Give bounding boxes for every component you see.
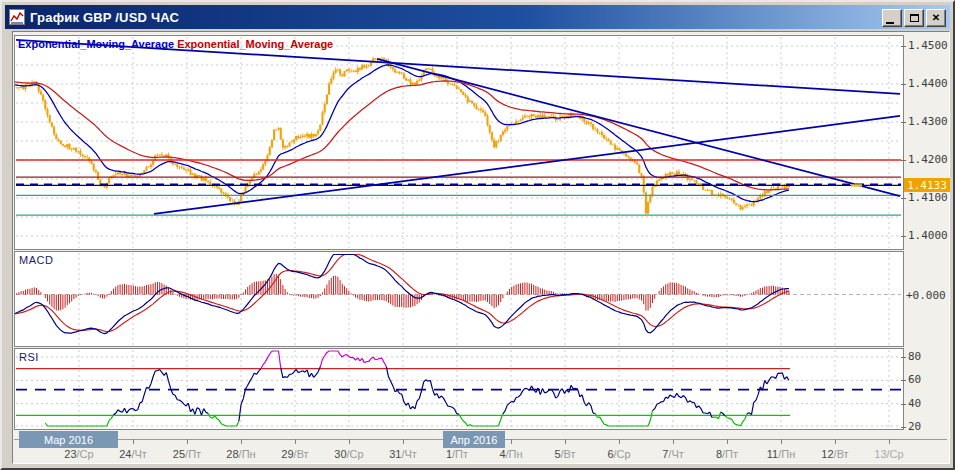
price-tick-mark <box>901 236 906 237</box>
time-axis-label: 25/Пт <box>173 448 201 460</box>
time-axis-label: 29/Вт <box>281 448 308 460</box>
application-window: График GBP /USD ЧАС ✕ Exponential_Moving… <box>0 0 955 470</box>
price-chart-panel[interactable]: Exponential_Moving_Average Exponential_M… <box>14 35 904 250</box>
minimize-button[interactable] <box>882 9 902 27</box>
time-tick-mark <box>133 439 134 444</box>
price-tick-label: 1.4100 <box>908 191 948 204</box>
time-axis-label: 5/Вт <box>554 448 575 460</box>
price-tick-mark <box>901 160 906 161</box>
time-tick-mark <box>673 439 674 444</box>
maximize-button[interactable] <box>904 9 924 27</box>
time-axis-label: 7/Чт <box>662 448 684 460</box>
time-tick-mark <box>511 439 512 444</box>
rsi-tick-mark <box>901 404 906 405</box>
macd-zero-label: +0.000 <box>906 289 946 302</box>
time-axis-label: 1/Пт <box>446 448 468 460</box>
rsi-tick-mark <box>901 427 906 428</box>
price-tick-mark <box>901 46 906 47</box>
time-axis-label: 24/Чт <box>119 448 147 460</box>
rsi-chart[interactable] <box>15 349 903 429</box>
time-tick-mark <box>781 439 782 444</box>
time-tick-mark <box>565 439 566 444</box>
ema-legend-red: Exponential_Moving_Average <box>177 38 333 50</box>
time-axis-label: 11/Пн <box>767 448 795 460</box>
window-title: График GBP /USD ЧАС <box>30 10 179 25</box>
time-axis-label: 12/Вт <box>821 448 848 460</box>
close-button[interactable]: ✕ <box>926 9 946 27</box>
ema-legend-blue: Exponential_Moving_Average <box>18 38 174 50</box>
time-tick-mark <box>295 439 296 444</box>
rsi-tick-label: 40 <box>908 397 921 410</box>
time-axis-label: 28/Пн <box>226 448 255 460</box>
price-tick-label: 1.4200 <box>908 153 948 166</box>
price-tick-label: 1.4400 <box>908 77 948 90</box>
price-tick-mark <box>901 198 906 199</box>
price-tick-label: 1.4500 <box>908 39 948 52</box>
price-tick-label: 1.4000 <box>908 229 948 242</box>
candlestick-chart[interactable] <box>15 36 903 249</box>
time-tick-mark <box>619 439 620 444</box>
time-tick-mark <box>187 439 188 444</box>
time-tick-mark <box>349 439 350 444</box>
indicator-legend: Exponential_Moving_Average Exponential_M… <box>18 38 333 50</box>
time-tick-mark <box>889 439 890 444</box>
rsi-label: RSI <box>19 351 39 363</box>
time-axis-label: 13/Ср <box>874 448 903 460</box>
time-axis-label: 31/Чт <box>389 448 417 460</box>
title-bar[interactable]: График GBP /USD ЧАС ✕ <box>5 5 950 29</box>
rsi-tick-label: 80 <box>908 350 921 363</box>
rsi-tick-label: 60 <box>908 373 921 386</box>
time-axis-label: 30/Ср <box>334 448 363 460</box>
month-badge: Апр 2016 <box>443 431 505 448</box>
rsi-tick-mark <box>901 380 906 381</box>
rsi-tick-mark <box>901 357 906 358</box>
price-tick-label: 1.4300 <box>908 115 948 128</box>
macd-label: MACD <box>19 254 53 266</box>
rsi-tick-label: 20 <box>908 420 921 433</box>
price-tick-mark <box>901 84 906 85</box>
time-tick-mark <box>727 439 728 444</box>
time-axis-label: 23/Ср <box>64 448 93 460</box>
time-axis-label: 4/Пн <box>499 448 522 460</box>
macd-chart[interactable] <box>15 252 903 346</box>
current-price-badge: 1.4133 <box>904 178 950 192</box>
time-tick-mark <box>835 439 836 444</box>
maximize-icon <box>910 14 919 22</box>
month-badge: Мар 2016 <box>19 431 118 448</box>
price-tick-mark <box>901 122 906 123</box>
time-axis-label: 8/Пт <box>716 448 738 460</box>
macd-panel[interactable]: MACD <box>14 251 904 347</box>
time-tick-mark <box>403 439 404 444</box>
time-tick-mark <box>241 439 242 444</box>
window-controls: ✕ <box>882 9 946 27</box>
chart-app-icon <box>9 9 25 25</box>
time-axis-label: 6/Ср <box>607 448 630 460</box>
rsi-panel[interactable]: RSI <box>14 348 904 430</box>
minimize-icon <box>886 22 894 24</box>
close-icon: ✕ <box>932 13 940 23</box>
